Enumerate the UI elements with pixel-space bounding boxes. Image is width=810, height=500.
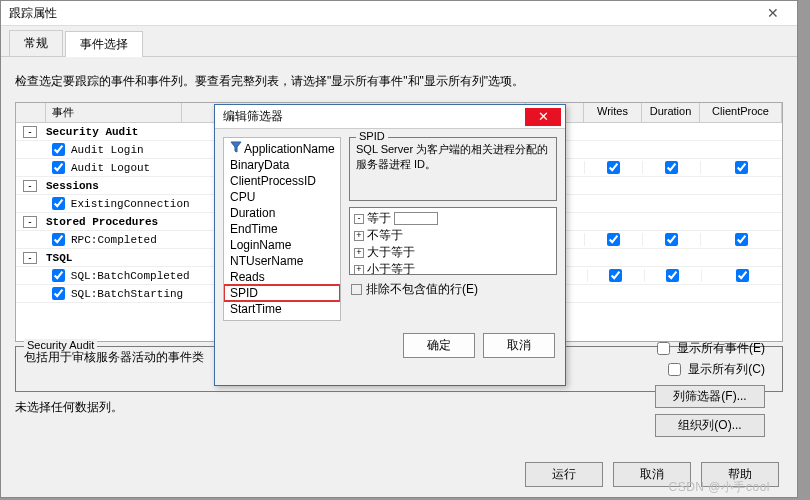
expand-toggle[interactable]: -: [23, 252, 37, 264]
chk-show-all-events[interactable]: 显示所有事件(E): [653, 339, 765, 358]
btn-organize-columns[interactable]: 组织列(O)...: [655, 414, 765, 437]
event-label: Sessions: [44, 180, 182, 192]
modal-ok-button[interactable]: 确定: [403, 333, 475, 358]
column-checkbox[interactable]: [609, 269, 622, 282]
window-title: 跟踪属性: [9, 5, 57, 22]
event-label: RPC:Completed: [69, 234, 182, 246]
expand-icon[interactable]: +: [354, 231, 364, 241]
event-checkbox[interactable]: [52, 233, 65, 246]
operator-list[interactable]: -等于+不等于+大于等于+小于等于: [349, 207, 557, 275]
column-checkbox[interactable]: [735, 233, 748, 246]
modal-cancel-button[interactable]: 取消: [483, 333, 555, 358]
desc-label: SPID: [356, 130, 388, 142]
column-checkbox[interactable]: [665, 233, 678, 246]
grid-header-c1[interactable]: Writes: [584, 103, 642, 122]
right-controls: 显示所有事件(E) 显示所有列(C) 列筛选器(F)... 组织列(O)...: [653, 339, 765, 437]
event-label: SQL:BatchStarting: [69, 288, 183, 300]
run-button[interactable]: 运行: [525, 462, 603, 487]
event-checkbox[interactable]: [52, 143, 65, 156]
event-label: Security Audit: [44, 126, 182, 138]
operator-item[interactable]: +小于等于: [350, 261, 556, 275]
expand-toggle[interactable]: -: [23, 216, 37, 228]
operator-item[interactable]: +大于等于: [350, 244, 556, 261]
chk-show-all-cols[interactable]: 显示所有列(C): [664, 360, 765, 379]
column-checkbox[interactable]: [736, 269, 749, 282]
funnel-icon: [230, 141, 242, 153]
column-list[interactable]: ApplicationNameBinaryDataClientProcessID…: [223, 137, 341, 321]
exclude-empty-row[interactable]: 排除不包含值的行(E): [351, 281, 557, 298]
column-checkbox[interactable]: [666, 269, 679, 282]
expand-icon[interactable]: -: [354, 214, 364, 224]
event-checkbox[interactable]: [52, 161, 65, 174]
operator-item[interactable]: -等于: [350, 210, 556, 227]
event-label: SQL:BatchCompleted: [69, 270, 190, 282]
close-icon[interactable]: ✕: [753, 5, 793, 21]
modal-titlebar: 编辑筛选器 ✕: [215, 105, 565, 129]
expand-icon[interactable]: +: [354, 248, 364, 258]
expand-toggle[interactable]: -: [23, 180, 37, 192]
filter-value-input[interactable]: [394, 212, 438, 225]
column-item[interactable]: Duration: [224, 205, 340, 221]
watermark: CSDN @小手cool: [668, 479, 770, 496]
column-checkbox[interactable]: [607, 161, 620, 174]
column-checkbox[interactable]: [735, 161, 748, 174]
grid-header-c3[interactable]: ClientProce: [700, 103, 782, 122]
tabs: 常规 事件选择: [1, 26, 797, 57]
column-item[interactable]: BinaryData: [224, 157, 340, 173]
grid-header-events: 事件: [46, 103, 182, 122]
column-item[interactable]: CPU: [224, 189, 340, 205]
exclude-checkbox[interactable]: [351, 284, 362, 295]
desc-text: SQL Server 为客户端的相关进程分配的服务器进程 ID。: [356, 142, 550, 172]
column-checkbox[interactable]: [665, 161, 678, 174]
help-legend: Security Audit: [24, 339, 97, 351]
window-titlebar: 跟踪属性 ✕: [1, 1, 797, 26]
no-column-selected: 未选择任何数据列。: [15, 399, 123, 416]
column-item[interactable]: Reads: [224, 269, 340, 285]
column-item[interactable]: LoginName: [224, 237, 340, 253]
column-item[interactable]: SPID: [224, 285, 340, 301]
column-item[interactable]: ClientProcessID: [224, 173, 340, 189]
modal-title: 编辑筛选器: [223, 108, 283, 125]
instruction-text: 检查选定要跟踪的事件和事件列。要查看完整列表，请选择"显示所有事件"和"显示所有…: [15, 73, 783, 90]
event-label: Stored Procedures: [44, 216, 182, 228]
operator-item[interactable]: +不等于: [350, 227, 556, 244]
event-label: Audit Logout: [69, 162, 182, 174]
event-label: TSQL: [44, 252, 182, 264]
tab-events-selection[interactable]: 事件选择: [65, 31, 143, 57]
column-item[interactable]: StartTime: [224, 301, 340, 317]
edit-filter-dialog: 编辑筛选器 ✕ ApplicationNameBinaryDataClientP…: [214, 104, 566, 386]
event-checkbox[interactable]: [52, 197, 65, 210]
grid-header-c2[interactable]: Duration: [642, 103, 700, 122]
event-label: Audit Login: [69, 144, 182, 156]
btn-column-filter[interactable]: 列筛选器(F)...: [655, 385, 765, 408]
column-checkbox[interactable]: [607, 233, 620, 246]
field-description: SPID SQL Server 为客户端的相关进程分配的服务器进程 ID。: [349, 137, 557, 201]
column-item[interactable]: TextData: [224, 317, 340, 321]
event-checkbox[interactable]: [52, 269, 65, 282]
column-item[interactable]: ApplicationName: [224, 140, 340, 157]
column-item[interactable]: NTUserName: [224, 253, 340, 269]
column-item[interactable]: EndTime: [224, 221, 340, 237]
expand-toggle[interactable]: -: [23, 126, 37, 138]
event-checkbox[interactable]: [52, 287, 65, 300]
modal-close-icon[interactable]: ✕: [525, 108, 561, 126]
event-label: ExistingConnection: [69, 198, 190, 210]
tab-general[interactable]: 常规: [9, 30, 63, 56]
expand-icon[interactable]: +: [354, 265, 364, 275]
